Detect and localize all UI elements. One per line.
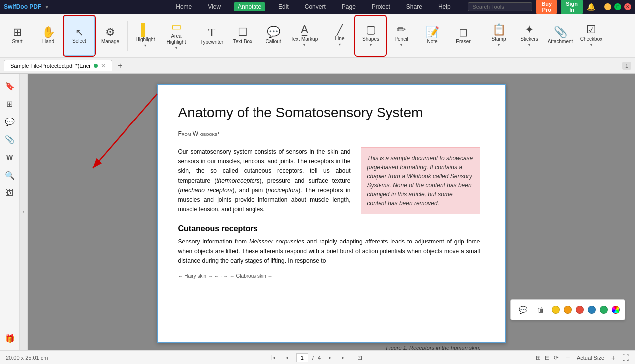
status-page-nav: |◂ ◂ / 4 ▸ ▸| ⊡ [268,351,367,364]
sign-in-button[interactable]: Sign In [561,0,583,14]
text-box-icon: ☐ [238,27,248,38]
tab-bar: Sample File-Protected.pdf *(Encr ✕ + 1 [0,58,635,74]
toolbar-pencil[interactable]: ✏ Pencil ▾ [386,16,417,56]
toolbar-note[interactable]: 📝 Note [417,16,448,56]
toolbar-stamp[interactable]: 📋 Stamp ▾ [483,16,514,56]
minimize-button[interactable]: — [604,3,611,10]
prev-page-button[interactable]: ◂ [282,353,292,363]
notification-icon[interactable]: 🔔 [587,3,595,11]
nav-home[interactable]: Home [173,2,195,11]
hand-icon: ✋ [42,27,55,38]
add-tab-button[interactable]: + [114,60,126,72]
sidebar-collapse-button[interactable]: ‹ [20,74,28,350]
toolbar: ⊞ Start ✋ Hand ↖ Select ⚙ Manage ▌ Highl… [0,14,635,58]
toolbar-manage[interactable]: ⚙ Manage [95,16,126,56]
tab-close-button[interactable]: ✕ [101,62,106,69]
sidebar-gift[interactable]: 🎁 [2,330,18,346]
search-tools-input[interactable] [468,2,532,11]
toolbar-select-label: Select [72,38,86,44]
nav-convert[interactable]: Convert [302,2,329,11]
left-sidebar: 🔖 ⊞ 💬 📎 W 🔍 🖼 🎁 [0,74,20,350]
sidebar-pages[interactable]: ⊞ [2,96,18,112]
sidebar-word[interactable]: W [2,149,18,165]
area-highlight-arrow: ▾ [175,46,177,50]
nav-annotate[interactable]: Annotate [234,2,265,11]
figure-caption-row: Figure 1: Receptors in the human skin: M… [157,345,506,350]
select-icon: ↖ [75,27,84,37]
next-page-button[interactable]: ▸ [325,353,335,363]
checkbox-arrow: ▾ [590,43,592,47]
sidebar-bookmark[interactable]: 🔖 [2,78,18,94]
buy-pro-button[interactable]: Buy Pro [536,0,557,14]
toolbar-typewriter[interactable]: T Typewriter [196,16,227,56]
toolbar-hand-label: Hand [42,39,54,45]
toolbar-stickers[interactable]: ✦ Stickers ▾ [514,16,545,56]
status-dimensions: 20.00 x 25.01 cm [6,355,268,361]
toolbar-highlight[interactable]: ▌ Highlight ▾ [130,16,161,56]
stamp-arrow: ▾ [498,43,500,47]
nav-page[interactable]: Page [339,2,359,11]
toolbar-typewriter-label: Typewriter [200,39,223,45]
page-indicator: 1 [622,62,631,70]
toolbar-hand[interactable]: ✋ Hand [33,16,64,56]
figure-labels: ← Hairy skin → ← · → ← Glabrous skin → [178,271,480,279]
close-button[interactable]: ✕ [624,3,631,10]
nav-share[interactable]: Share [403,2,425,11]
fit-page-button[interactable]: ⊡ [353,351,367,364]
toolbar-eraser-label: Eraser [456,39,470,45]
delete-shape-button[interactable]: 🗑 [534,303,548,317]
document-tab[interactable]: Sample File-Protected.pdf *(Encr ✕ [4,60,112,71]
color-green[interactable] [600,306,608,314]
toolbar-text-box-label: Text Box [233,39,252,45]
page-number-input[interactable] [296,353,308,362]
toolbar-start[interactable]: ⊞ Start [2,16,33,56]
toolbar-line[interactable]: ╱ Line ▾ [324,16,355,56]
rotate-icon[interactable]: ⟳ [554,354,559,361]
area-highlight-icon: ▭ [171,21,182,32]
sidebar-search[interactable]: 🔍 [2,167,18,183]
toolbar-callout[interactable]: 💬 Callout [258,16,289,56]
window-controls: — □ ✕ [604,3,631,10]
figure-caption: Figure 1: Receptors in the human skin: M… [386,345,506,350]
tab-filename: Sample File-Protected.pdf *(Encr [10,63,91,69]
nav-help[interactable]: Help [435,2,454,11]
color-yellow[interactable] [552,306,560,314]
fit-icon[interactable]: ⊟ [545,354,550,361]
zoom-in-button[interactable]: + [608,353,618,363]
highlight-arrow: ▾ [144,43,146,48]
toolbar-eraser[interactable]: ◻ Eraser [448,16,479,56]
zoom-out-button[interactable]: − [563,353,573,363]
toolbar-attachment[interactable]: 📎 Attachment [545,16,576,56]
nav-view[interactable]: View [205,2,224,11]
comment-bubble-button[interactable]: 💬 [516,303,530,317]
sidebar-attachments[interactable]: 📎 [2,131,18,147]
toolbar-area-highlight[interactable]: ▭ Area Highlight ▾ [161,16,192,56]
nav-edit[interactable]: Edit [275,2,292,11]
fullscreen-button[interactable]: ⛶ [622,354,629,362]
toolbar-shapes[interactable]: ▢ Shapes ▾ [355,16,386,56]
sidebar-image[interactable]: 🖼 [2,185,18,201]
sidebar-comments[interactable]: 💬 [2,114,18,129]
view-mode-icon[interactable]: ⊞ [536,354,541,361]
color-red[interactable] [576,306,584,314]
tab-modified-dot [94,64,98,68]
toolbar-attachment-label: Attachment [548,39,573,45]
toolbar-shapes-label: Shapes [362,36,379,42]
toolbar-manage-label: Manage [101,39,119,45]
last-page-button[interactable]: ▸| [339,353,349,363]
line-arrow: ▾ [339,42,341,47]
maximize-button[interactable]: □ [614,3,621,10]
pdf-from-line: From Wikibooks¹ [178,130,480,137]
toolbar-text-box[interactable]: ☐ Text Box [227,16,258,56]
first-page-button[interactable]: |◂ [268,353,278,363]
pencil-icon: ✏ [397,24,406,35]
color-orange[interactable] [564,306,572,314]
toolbar-select[interactable]: ↖ Select [64,16,95,56]
color-multicolor[interactable] [612,306,620,314]
toolbar-text-markup[interactable]: A̲ Text Markup ▾ [289,16,320,56]
toolbar-checkbox[interactable]: ☑ Checkbox ▾ [576,16,607,56]
nav-protect[interactable]: Protect [369,2,393,11]
color-blue[interactable] [588,306,596,314]
pdf-page: Anatomy of the Somatosensory System From… [157,84,506,343]
toolbar-pencil-label: Pencil [394,36,408,42]
